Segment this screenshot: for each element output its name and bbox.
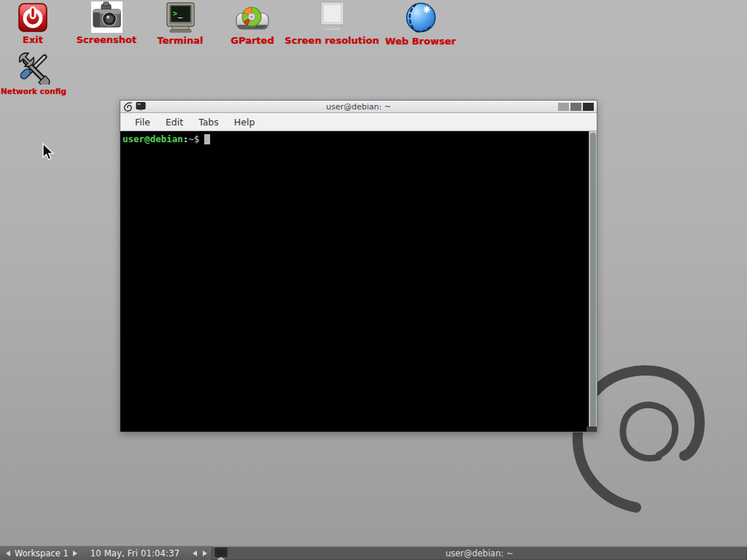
icon-label: Screenshot [76, 34, 137, 45]
icon-label: Network config [0, 86, 67, 97]
prompt-symbol: $ [194, 133, 200, 144]
menu-help[interactable]: Help [228, 114, 261, 130]
svg-text:>: > [173, 9, 177, 18]
window-menu-icon[interactable] [123, 101, 133, 112]
window-titlebar[interactable]: user@debian: ~ [120, 101, 597, 113]
svg-text:_: _ [178, 9, 183, 18]
icon-label: GParted [228, 35, 277, 46]
scrollbar-thumb[interactable] [590, 133, 596, 429]
minimize-button[interactable] [558, 103, 569, 111]
prompt-path: ~ [188, 133, 194, 144]
globe-icon [404, 1, 438, 34]
workspace-prev-arrow[interactable] [6, 551, 10, 556]
close-button[interactable] [583, 103, 594, 111]
task-button-label: user@debian: ~ [446, 548, 514, 559]
desktop-icon-exit[interactable]: Exit [9, 2, 56, 45]
menu-tabs[interactable]: Tabs [193, 114, 225, 130]
tools-icon [17, 51, 50, 85]
monitor-icon [316, 1, 348, 34]
icon-label: Terminal [155, 35, 206, 46]
workspace-label[interactable]: Workspace 1 [15, 548, 69, 559]
mouse-cursor [42, 143, 56, 162]
desktop-icon-terminal[interactable]: > _ Terminal [155, 1, 206, 46]
maximize-button[interactable] [570, 103, 581, 111]
desktop-icon-screen-resolution[interactable]: Screen resolution [284, 1, 380, 46]
icon-label: Exit [9, 34, 56, 45]
terminal-menubar: File Edit Tabs Help [120, 113, 597, 131]
debian-swirl-icon [123, 101, 133, 112]
terminal-window: user@debian: ~ File Edit Tabs Help user@… [120, 100, 597, 432]
icon-label: Web Browser [382, 36, 459, 47]
window-title: user@debian: ~ [120, 102, 597, 112]
terminal-mini-icon [136, 102, 146, 111]
camera-icon [91, 1, 123, 33]
task-monitor-icon [214, 548, 228, 560]
task-button-terminal[interactable]: user@debian: ~ [212, 546, 747, 560]
terminal-cursor [204, 134, 210, 144]
power-icon [18, 2, 48, 33]
desktop-icon-web-browser[interactable]: Web Browser [382, 1, 459, 47]
desktop-icon-gparted[interactable]: GParted [228, 4, 277, 46]
terminal-screen[interactable]: user@debian:~$ [120, 131, 597, 430]
window-resize-grip[interactable] [587, 427, 597, 432]
disk-partition-icon [234, 4, 271, 34]
task-prev-arrow[interactable] [193, 551, 197, 556]
debian-desktop: { "desktop": { "icons": [ { "label": "Ex… [0, 0, 747, 560]
workspace-next-arrow[interactable] [73, 551, 77, 556]
task-next-arrow[interactable] [203, 551, 207, 556]
icon-label: Screen resolution [284, 35, 380, 46]
taskbar-clock: 10 May, Fri 01:04:37 [90, 548, 179, 559]
prompt-user-host: user@debian [123, 133, 183, 144]
menu-file[interactable]: File [129, 114, 156, 130]
taskbar: Workspace 1 10 May, Fri 01:04:37 user@de… [0, 545, 747, 560]
terminal-scrollbar[interactable] [589, 131, 597, 430]
crt-terminal-icon: > _ [164, 1, 197, 34]
menu-edit[interactable]: Edit [160, 114, 189, 130]
terminal-output: user@debian:~$ [120, 131, 589, 430]
desktop-icon-network-config[interactable]: Network config [0, 51, 67, 97]
desktop-icon-screenshot[interactable]: Screenshot [76, 1, 137, 45]
